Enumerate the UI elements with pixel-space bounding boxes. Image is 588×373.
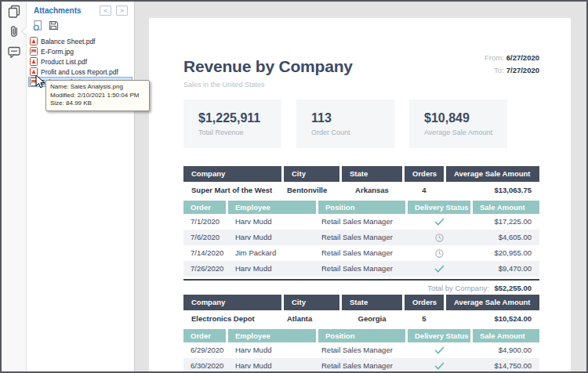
order-sale-amount: $17,225.00	[473, 214, 539, 230]
attachment-tooltip: Name: Sales Analysis.pngModified: 2/10/2…	[45, 80, 150, 111]
tooltip-line: Name: Sales Analysis.png	[50, 83, 145, 92]
card-label: Average Sale Amount	[424, 129, 507, 136]
column-header-orders: Orders	[405, 166, 444, 182]
column-header-order-date: Order Date	[183, 201, 226, 214]
column-header-employee: Employee	[228, 201, 316, 214]
attachment-file-item[interactable]: Balance Sheet.pdf	[28, 36, 132, 46]
order-row: 6/30/2020 Harv Mudd Retail Sales Manager…	[183, 358, 539, 371]
column-header-state: State	[342, 295, 402, 310]
report-subtitle: Sales in the United States	[183, 81, 353, 89]
order-position: Retail Sales Manager	[318, 261, 405, 277]
panel-next-button[interactable]: >	[116, 5, 128, 16]
sidebar-icon-strip	[2, 2, 27, 371]
order-position: Retail Sales Manager	[318, 358, 405, 371]
summary-cards: $1,225,911 Total Revenue 113 Order Count…	[183, 100, 539, 148]
order-row: 7/6/2020 Harv Mudd Retail Sales Manager …	[183, 230, 539, 245]
company-orders: 5	[405, 310, 444, 328]
card-value: $1,225,911	[198, 111, 281, 125]
column-header-company: Company	[183, 295, 281, 310]
card-label: Total Revenue	[198, 129, 281, 136]
date-from-label: From:	[485, 53, 504, 62]
order-sale-amount: $20,955.00	[473, 245, 539, 261]
delivered-check-icon	[434, 362, 445, 370]
order-delivery-status	[408, 261, 470, 277]
report-date-range: From:6/27/2020 To:7/27/2020	[485, 53, 539, 89]
pending-clock-icon	[435, 249, 444, 258]
report-title: Revenue by Company	[183, 57, 353, 76]
order-detail-rows: 7/1/2020 Harv Mudd Retail Sales Manager …	[183, 214, 539, 277]
attachments-paperclip-icon[interactable]	[7, 25, 21, 38]
column-header-position: Position	[318, 201, 405, 214]
order-date: 7/14/2020	[183, 245, 226, 261]
attachments-panel-title: Attachments	[34, 6, 82, 15]
company-name: Electronics Depot	[183, 310, 281, 328]
column-header-order-date: Order Date	[183, 329, 226, 342]
pdf-file-icon	[30, 57, 38, 66]
date-to-label: To:	[494, 66, 504, 74]
order-position: Retail Sales Manager	[318, 342, 405, 358]
save-attachment-icon[interactable]	[49, 20, 59, 31]
column-header-average-sale: Average Sale Amount	[446, 295, 539, 310]
order-detail-header-row: Order Date Employee Position Delivery St…	[183, 201, 539, 214]
order-position: Retail Sales Manager	[318, 230, 405, 245]
company-section: Company City State Orders Average Sale A…	[183, 166, 539, 290]
company-header-row: Company City State Orders Average Sale A…	[183, 295, 539, 310]
pages-icon[interactable]	[7, 5, 21, 18]
column-header-delivery-status: Delivery Status	[408, 329, 470, 342]
delivered-check-icon	[434, 346, 445, 354]
summary-card-average-sale: $10,849 Average Sale Amount	[409, 100, 507, 148]
date-from-value: 6/27/2020	[506, 53, 539, 62]
image-file-icon	[30, 47, 38, 56]
panel-prev-button[interactable]: <	[100, 5, 111, 16]
order-row: 7/1/2020 Harv Mudd Retail Sales Manager …	[183, 214, 539, 230]
attachment-file-name: E-Form.jpg	[41, 48, 74, 56]
delivered-check-icon	[434, 218, 445, 226]
attachment-file-name: Product List.pdf	[41, 58, 87, 66]
company-state: Georgia	[342, 310, 402, 328]
order-sale-amount: $4,605.00	[473, 230, 539, 245]
column-header-city: City	[284, 166, 339, 182]
open-attachment-icon[interactable]	[33, 20, 43, 31]
order-employee: Harv Mudd	[228, 230, 316, 245]
order-position: Retail Sales Manager	[318, 214, 405, 230]
company-city: Bentonville	[284, 182, 339, 199]
column-header-sale-amount: Sale Amount	[473, 329, 539, 342]
attachments-panel: Attachments < >	[27, 2, 135, 371]
attachments-panel-header: Attachments < >	[27, 2, 134, 17]
card-value: 113	[311, 111, 394, 125]
order-date: 6/29/2020	[183, 342, 226, 358]
order-delivery-status	[408, 230, 470, 245]
order-employee: Jim Packard	[228, 245, 316, 261]
pdf-file-icon	[30, 37, 38, 45]
attachment-file-item[interactable]: Product List.pdf	[28, 56, 132, 67]
company-total-row: Total by Company: $52,255.00	[183, 279, 539, 290]
company-summary-row: Electronics Depot Atlanta Georgia 5 $10,…	[183, 310, 539, 328]
report-page: Revenue by Company Sales in the United S…	[149, 18, 571, 371]
attachment-file-name: Profit and Loss Report.pdf	[41, 68, 118, 76]
column-header-state: State	[342, 166, 402, 182]
column-header-orders: Orders	[405, 295, 444, 310]
order-delivery-status	[408, 342, 470, 358]
attachment-file-item[interactable]: E-Form.jpg	[28, 46, 132, 56]
order-sale-amount: $4,900.00	[473, 342, 539, 358]
order-sale-amount: $9,470.00	[473, 261, 539, 277]
order-delivery-status	[408, 245, 470, 261]
card-label: Order Count	[311, 129, 394, 136]
document-viewer[interactable]: Revenue by Company Sales in the United S…	[135, 2, 586, 371]
tooltip-line: Modified: 2/10/2021 1:50:04 PM	[50, 92, 145, 100]
company-summary-row: Super Mart of the West Bentonville Arkan…	[183, 182, 539, 199]
order-delivery-status	[408, 358, 470, 371]
order-row: 7/14/2020 Jim Packard Retail Sales Manag…	[183, 245, 539, 261]
total-by-company-label: Total by Company:	[427, 284, 489, 292]
mouse-cursor	[35, 74, 45, 92]
summary-card-order-count: 113 Order Count	[296, 100, 394, 148]
column-header-delivery-status: Delivery Status	[408, 201, 470, 214]
comments-icon[interactable]	[7, 45, 21, 59]
order-row: 7/26/2020 Harv Mudd Retail Sales Manager…	[183, 261, 539, 277]
order-employee: Harv Mudd	[228, 261, 316, 277]
column-header-company: Company	[183, 166, 281, 182]
order-sale-amount: $14,750.00	[473, 358, 539, 371]
column-header-city: City	[284, 295, 339, 310]
order-date: 7/26/2020	[183, 261, 226, 277]
total-by-company-value: $52,255.00	[494, 284, 532, 292]
